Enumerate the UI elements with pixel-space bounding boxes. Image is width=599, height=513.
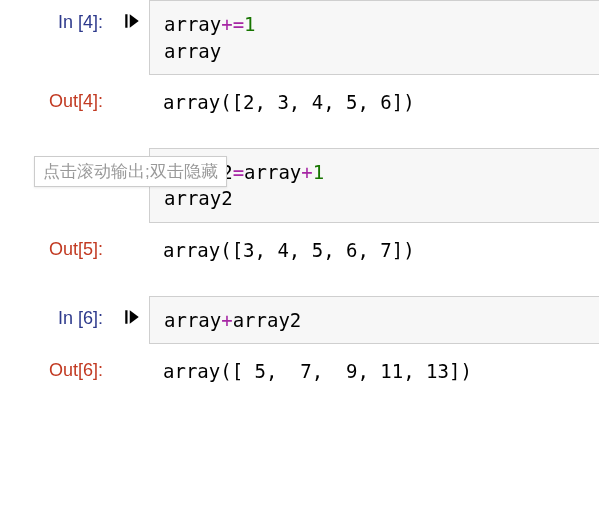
code-token: array [164,13,221,35]
input-row: In [6]: array+array2 [0,296,599,345]
scroll-output-tooltip: 点击滚动输出;双击隐藏 [34,156,227,187]
code-input-area[interactable]: array+=1 array [149,0,599,75]
notebook-cell: In [4]: array+=1 array Out[4]: array([2,… [0,0,599,126]
in-prompt: In [4]: [0,0,115,33]
code-token: array2 [164,187,233,209]
code-operator: + [221,309,232,331]
output-text: array([2, 3, 4, 5, 6]) [149,79,599,126]
input-row: In [4]: array+=1 array [0,0,599,75]
out-prompt: Out[4]: [0,79,115,112]
code-operator: += [221,13,244,35]
run-cell-icon[interactable] [123,308,141,326]
out-prompt: Out[5]: [0,227,115,260]
output-text: array([ 5, 7, 9, 11, 13]) [149,348,599,395]
code-number: 1 [313,161,324,183]
output-row: Out[4]: array([2, 3, 4, 5, 6]) [0,79,599,126]
output-text: array([3, 4, 5, 6, 7]) [149,227,599,274]
code-number: 1 [244,13,255,35]
code-operator: + [301,161,312,183]
code-operator: = [233,161,244,183]
output-row: Out[5]: array([3, 4, 5, 6, 7]) [0,227,599,274]
out-prompt: Out[6]: [0,348,115,381]
notebook-cell: In [6]: array+array2 Out[6]: array([ 5, … [0,296,599,395]
code-token: array [164,309,221,331]
output-row: Out[6]: array([ 5, 7, 9, 11, 13]) [0,348,599,395]
code-token: array [244,161,301,183]
in-prompt: In [6]: [0,296,115,329]
run-cell-icon[interactable] [123,12,141,30]
code-token: array [164,40,221,62]
code-token: array2 [233,309,302,331]
code-input-area[interactable]: array+array2 [149,296,599,345]
